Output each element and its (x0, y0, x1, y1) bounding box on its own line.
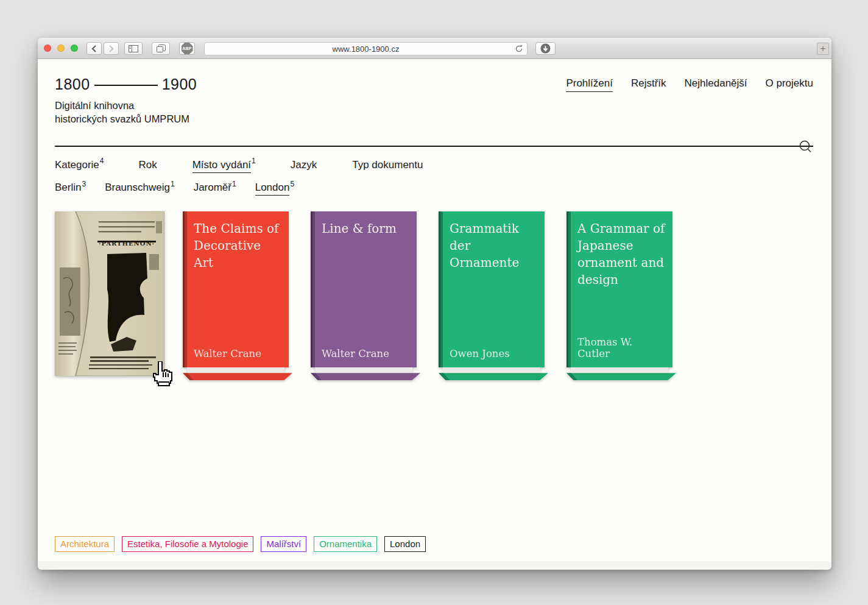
subtitle-line-2: historických svazků UMPRUM (55, 112, 813, 126)
reload-icon (515, 44, 523, 53)
back-button[interactable] (86, 42, 102, 55)
book-author: Owen Jones (450, 348, 538, 359)
tag-malirstvi[interactable]: Malířství (261, 536, 306, 552)
filter-place-jaromer[interactable]: Jaroměř1 (194, 180, 236, 194)
book-author: Thomas W. Cutler (577, 336, 666, 359)
book-author: Walter Crane (322, 348, 411, 359)
book-author: Walter Crane (194, 348, 283, 359)
nav-item-nejhledanejsi[interactable]: Nejhledanější (685, 77, 747, 92)
download-icon (540, 43, 551, 54)
abp-icon: ABP (182, 43, 193, 54)
book-title: Grammatik der Ornamente (450, 220, 537, 271)
reload-button[interactable] (515, 44, 523, 55)
main-nav: Prohlížení Rejstřík Nejhledanější O proj… (566, 77, 813, 92)
new-tab-button[interactable]: + (817, 43, 829, 55)
search-icon (799, 140, 813, 154)
filter-count: 1 (232, 180, 236, 188)
filter-bar-secondary: Berlin3 Braunschweig1 Jaroměř1 London5 (55, 180, 813, 194)
book-spine (566, 211, 571, 367)
book-bottom-edge (311, 373, 420, 380)
browser-toolbar: ABP www.1800-1900.cz + (38, 38, 831, 59)
book-pages-edge (315, 367, 412, 373)
logo-line (94, 85, 158, 86)
address-bar[interactable]: www.1800-1900.cz (204, 42, 528, 55)
book-spine (311, 211, 315, 367)
book-cover-line-and-form[interactable]: Line & form Walter Crane (311, 211, 420, 380)
book-cover-claims-of-decorative-art[interactable]: The Claims of Decorative Art Walter Cran… (183, 211, 292, 380)
adblock-extension-button[interactable]: ABP (179, 42, 195, 55)
tag-architektura[interactable]: Architektura (55, 536, 115, 552)
nav-item-rejstrik[interactable]: Rejstřík (631, 77, 666, 92)
logo-end-year: 1900 (162, 76, 197, 93)
book-title: Line & form (322, 220, 409, 237)
sidebar-icon (129, 45, 138, 52)
back-chevron-icon (91, 45, 97, 52)
filter-misto-vydani[interactable]: Místo vydání1 (192, 157, 256, 171)
downloads-button[interactable] (535, 42, 556, 55)
logo-start-year: 1800 (55, 76, 90, 93)
book-bottom-edge (183, 373, 292, 380)
book-cover-grammar-of-japanese-ornament[interactable]: A Grammar of Japanese ornament and desig… (566, 211, 676, 380)
tab-overview-button[interactable] (152, 42, 170, 55)
sidebar-button[interactable] (124, 42, 143, 55)
search-button[interactable] (799, 140, 813, 154)
browser-window: ABP www.1800-1900.cz + 1800 (38, 38, 831, 570)
book-title: The Claims of Decorative Art (194, 220, 281, 271)
site-subtitle: Digitální knihovna historických svazků U… (55, 99, 813, 126)
filter-place-braunschweig[interactable]: Braunschweig1 (105, 180, 174, 194)
results-row: ·PARTHENON· (55, 211, 813, 380)
tab-overview-icon (157, 44, 166, 52)
book-thumbnail-scan[interactable]: ·PARTHENON· (55, 211, 164, 376)
close-window-button[interactable] (44, 44, 51, 52)
filter-bar-primary: Kategorie4 Rok Místo vydání1 Jazyk Typ d… (55, 157, 813, 171)
tag-estetika-filosofie-mytologie[interactable]: Estetika, Filosofie a Mytologie (122, 536, 253, 552)
zoom-window-button[interactable] (71, 44, 78, 52)
filter-count: 3 (82, 180, 86, 188)
filter-typ-dokumentu[interactable]: Typ dokumentu (352, 157, 423, 171)
hand-cursor-icon (150, 361, 173, 387)
subtitle-line-1: Digitální knihovna (55, 99, 813, 112)
book-pages-edge (187, 367, 284, 373)
nav-item-o-projektu[interactable]: O projektu (766, 77, 813, 92)
book-title: A Grammar of Japanese ornament and desig… (577, 220, 665, 288)
filter-kategorie[interactable]: Kategorie4 (55, 157, 104, 171)
nav-item-prohlizeni[interactable]: Prohlížení (566, 77, 613, 92)
filter-count: 1 (171, 180, 175, 188)
forward-chevron-icon (108, 45, 114, 52)
book-bottom-edge (439, 373, 548, 380)
url-text: www.1800-1900.cz (333, 44, 400, 54)
book-spine (183, 211, 187, 367)
filter-count: 5 (290, 180, 294, 188)
filter-count: 1 (252, 157, 256, 165)
minimize-window-button[interactable] (57, 44, 65, 52)
book-cover-grammatik-der-ornamente[interactable]: Grammatik der Ornamente Owen Jones (439, 211, 548, 380)
window-footer (38, 561, 831, 569)
filter-place-berlin[interactable]: Berlin3 (55, 180, 86, 194)
scanned-page-image: ·PARTHENON· (55, 211, 164, 376)
header-divider (55, 146, 813, 147)
filter-rok[interactable]: Rok (138, 157, 157, 171)
filter-count: 4 (100, 157, 104, 165)
filter-jazyk[interactable]: Jazyk (291, 157, 317, 171)
book-spine (439, 211, 443, 367)
tag-london[interactable]: London (384, 536, 426, 552)
filter-place-london[interactable]: London5 (255, 180, 294, 194)
book-pages-edge (443, 367, 540, 373)
book-bottom-edge (566, 373, 676, 380)
tag-ornamentika[interactable]: Ornamentika (314, 536, 377, 552)
forward-button[interactable] (104, 42, 119, 55)
category-tags-row: Architektura Estetika, Filosofie a Mytol… (55, 536, 426, 552)
book-pages-edge (571, 367, 668, 373)
page-content: 1800 1900 Digitální knihovna historickýc… (38, 59, 831, 561)
